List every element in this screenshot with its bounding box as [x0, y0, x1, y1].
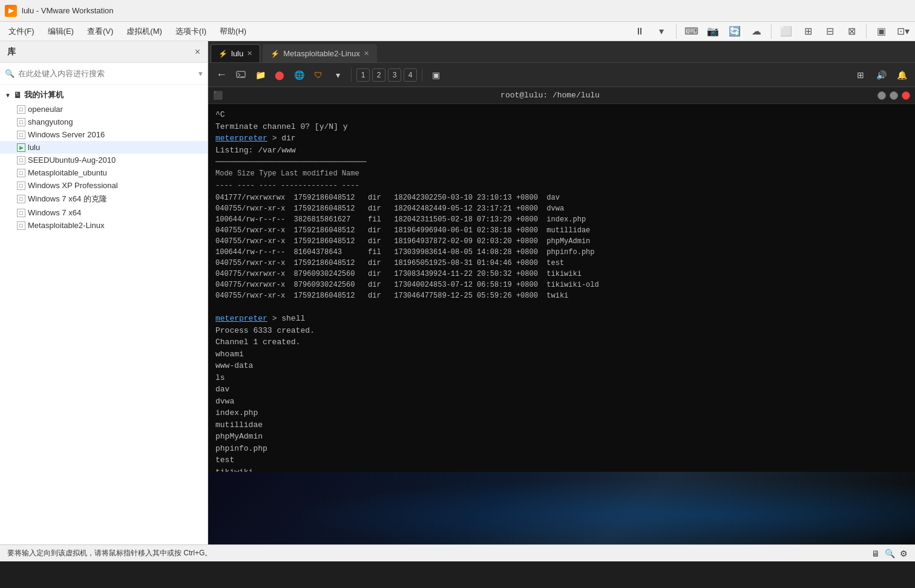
vm-num-4-btn[interactable]: 4 [404, 68, 417, 82]
sidebar-item-seedubuntu[interactable]: □ SEEDUbuntu9-Aug-2010 [0, 154, 208, 166]
tab-meta-close[interactable]: ✕ [364, 50, 369, 57]
sidebar-title: 库 [7, 47, 16, 57]
tree-root-my-computer[interactable]: ▼ 🖥 我的计算机 [0, 87, 208, 103]
view-dropdown-btn[interactable]: ⊡▾ [893, 22, 913, 41]
term-line-dir-cmd: meterpreter > dir [215, 132, 908, 145]
term-dir-row-9: 040775/rwxrwxr-x 87960930242560 dir 1730… [215, 279, 908, 290]
sidebar-close-btn[interactable]: × [195, 47, 200, 57]
vm-audio-btn[interactable]: 🔊 [873, 67, 890, 83]
fullscreen-btn[interactable]: ⬜ [776, 22, 796, 41]
term-dir-divider: ---- ---- ---- ------------- ---- [215, 180, 908, 191]
app-logo: ▶ [5, 5, 17, 17]
vm-folder-btn[interactable]: 📁 [252, 67, 269, 83]
sidebar-item-windows7-clone[interactable]: □ Windows 7 x64 的克隆 [0, 192, 208, 206]
sidebar-item-lulu[interactable]: ▶ lulu [0, 141, 208, 154]
term-dir-row-7: 040755/rwxr-xr-x 17592186048512 dir 1819… [215, 258, 908, 269]
vm-toolbar: ← 📁 ⬤ 🌐 🛡 ▾ 1 2 3 4 ▣ ⊞ 🔊 🔔 [208, 63, 915, 87]
status-search-icon[interactable]: 🔍 [885, 549, 895, 558]
snapshot-btn[interactable]: 📷 [703, 22, 723, 41]
sidebar-item-label: openeular [28, 105, 63, 114]
terminal[interactable]: ⬛ root@lulu: /home/lulu ^C Terminate cha… [208, 87, 915, 472]
console-btn[interactable]: ▣ [871, 22, 891, 41]
vm-num-1-btn[interactable]: 1 [356, 68, 370, 82]
term-line-channel: Channel 1 created. [215, 336, 908, 348]
send-ctrl-alt-del-btn[interactable]: ⌨ [681, 22, 701, 41]
vm-num-2-btn[interactable]: 2 [372, 68, 385, 82]
title-bar: ▶ lulu - VMware Workstation [0, 0, 915, 22]
sidebar-item-metasploitable2-linux[interactable]: □ Metasploitable2-Linux [0, 219, 208, 232]
term-dir-row-3: 100644/rw-r--r-- 3826815861627 fil 18204… [215, 214, 908, 225]
tab-lulu-icon: ⚡ [218, 50, 228, 58]
vm-separator-2 [422, 68, 422, 82]
stretch-btn[interactable]: ⊠ [842, 22, 861, 41]
term-line-ctrl-c: ^C [215, 109, 908, 121]
menu-help[interactable]: 帮助(H) [214, 24, 252, 39]
sidebar-item-metasploitable-ubuntu[interactable]: □ Metasploitable_ubuntu [0, 166, 208, 179]
menu-view[interactable]: 查看(V) [81, 24, 119, 39]
vm-alerts-btn[interactable]: 🔔 [893, 67, 910, 83]
vm-background [208, 472, 915, 544]
term-meterpreter-prompt-1: meterpreter [215, 134, 267, 143]
sidebar: 库 × 🔍 ▾ ▼ 🖥 我的计算机 □ openeular □ shangyut… [0, 41, 208, 544]
sidebar-item-windows7-x64[interactable]: □ Windows 7 x64 [0, 206, 208, 219]
term-line-phpinfophp: phpinfo.php [215, 443, 908, 455]
sidebar-item-label: Metasploitable_ubuntu [28, 168, 107, 177]
vm-running-icon: ▶ [17, 143, 25, 152]
vm-num-3-btn[interactable]: 3 [388, 68, 401, 82]
vm-shield-btn[interactable]: 🛡 [310, 67, 327, 83]
sidebar-tree: ▼ 🖥 我的计算机 □ openeular □ shangyutong □ Wi… [0, 85, 208, 544]
tab-metasploitable2[interactable]: ⚡ Metasploitable2-Linux ✕ [263, 44, 376, 62]
vm-dropdown-btn[interactable]: ▾ [329, 67, 346, 83]
snapshot3-btn[interactable]: ☁ [747, 22, 766, 41]
sidebar-item-label: shangyutong [28, 117, 73, 126]
term-line-www-data: www-data [215, 360, 908, 372]
term-dir-row-8: 040775/rwxrwxr-x 87960930242560 dir 1730… [215, 269, 908, 279]
tab-lulu[interactable]: ⚡ lulu ✕ [211, 44, 260, 62]
sidebar-item-label: Windows 7 x64 的克隆 [28, 194, 107, 204]
term-dir-header: Mode Size Type Last modified Name [215, 168, 908, 179]
vm-terminal-btn[interactable] [232, 67, 249, 83]
vm-stopped-icon: □ [17, 195, 25, 203]
vm-back-btn[interactable]: ← [213, 67, 230, 83]
unity-btn[interactable]: ⊞ [798, 22, 818, 41]
terminal-close-btn[interactable] [902, 91, 910, 100]
vm-browser-btn[interactable]: 🌐 [290, 67, 307, 83]
term-dir-row-10: 040755/rwxr-xr-x 17592186048512 dir 1730… [215, 290, 908, 301]
sidebar-item-windows-xp-pro[interactable]: □ Windows XP Professional [0, 179, 208, 192]
search-input[interactable] [18, 69, 195, 78]
tabs-bar: ⚡ lulu ✕ ⚡ Metasploitable2-Linux ✕ [208, 41, 915, 63]
terminal-minimize-btn[interactable] [877, 91, 886, 100]
terminal-maximize-btn[interactable] [890, 91, 898, 100]
menu-tabs[interactable]: 选项卡(I) [169, 24, 212, 39]
fit-guest-btn[interactable]: ⊟ [820, 22, 839, 41]
separator-3 [866, 24, 867, 39]
menu-vm[interactable]: 虚拟机(M) [120, 24, 168, 39]
menu-file[interactable]: 文件(F) [2, 24, 41, 39]
term-dir-row-2: 040755/rwxr-xr-x 17592186048512 dir 1820… [215, 203, 908, 214]
term-line-dvwa: dvwa [215, 396, 908, 408]
vm-stopped-icon: □ [17, 156, 25, 165]
sidebar-item-windows-server-2016[interactable]: □ Windows Server 2016 [0, 128, 208, 141]
search-dropdown-icon[interactable]: ▾ [198, 69, 203, 78]
pause-dropdown-btn[interactable]: ▾ [652, 22, 671, 41]
menu-edit[interactable]: 编辑(E) [42, 24, 80, 39]
separator-2 [771, 24, 772, 39]
snapshot2-btn[interactable]: 🔄 [725, 22, 744, 41]
tree-root-label: 我的计算机 [24, 90, 64, 100]
sidebar-item-openeular[interactable]: □ openeular [0, 103, 208, 116]
term-blank-1 [215, 301, 908, 313]
vm-red-icon-btn[interactable]: ⬤ [271, 67, 288, 83]
tab-meta-label: Metasploitable2-Linux [283, 49, 359, 58]
sidebar-search-area: 🔍 ▾ [0, 63, 208, 85]
sidebar-item-shangyutong[interactable]: □ shangyutong [0, 116, 208, 128]
term-line-phpmyadmin: phpMyAdmin [215, 431, 908, 443]
vm-console-btn[interactable]: ▣ [427, 67, 444, 83]
vm-stopped-icon: □ [17, 105, 25, 114]
menu-bar: 文件(F) 编辑(E) 查看(V) 虚拟机(M) 选项卡(I) 帮助(H) ⏸ … [0, 22, 915, 41]
tab-lulu-close[interactable]: ✕ [247, 50, 252, 57]
pause-btn[interactable]: ⏸ [630, 22, 649, 41]
status-screen-icon[interactable]: 🖥 [871, 549, 880, 558]
status-settings-icon[interactable]: ⚙ [900, 549, 908, 558]
sidebar-item-label: Windows Server 2016 [28, 130, 105, 139]
vm-screen-btn[interactable]: ⊞ [852, 67, 869, 83]
